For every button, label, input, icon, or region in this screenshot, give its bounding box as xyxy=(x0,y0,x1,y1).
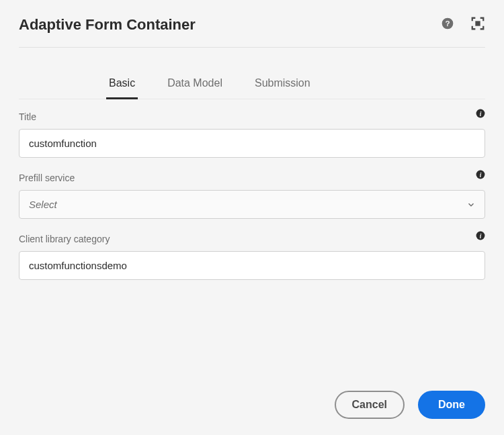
svg-text:i: i xyxy=(480,111,482,117)
client-lib-label: Client library category xyxy=(19,234,485,244)
svg-text:i: i xyxy=(480,172,482,179)
fullscreen-icon[interactable] xyxy=(470,16,485,34)
done-button[interactable]: Done xyxy=(418,391,485,419)
svg-text:i: i xyxy=(480,233,482,240)
tab-basic[interactable]: Basic xyxy=(93,69,151,99)
svg-text:?: ? xyxy=(445,19,450,28)
dialog-title: Adaptive Form Container xyxy=(19,16,196,34)
help-icon[interactable]: ? xyxy=(441,17,454,33)
tab-submission[interactable]: Submission xyxy=(239,69,327,99)
prefill-label: Prefill service xyxy=(19,173,485,183)
cancel-button[interactable]: Cancel xyxy=(335,391,405,419)
tab-data-model[interactable]: Data Model xyxy=(151,69,239,99)
prefill-select[interactable]: Select xyxy=(19,190,485,219)
client-lib-input[interactable] xyxy=(19,251,485,280)
svg-rect-2 xyxy=(475,21,480,26)
title-input[interactable] xyxy=(19,129,485,158)
title-label: Title xyxy=(19,111,485,122)
tab-list: Basic Data Model Submission xyxy=(19,69,485,99)
